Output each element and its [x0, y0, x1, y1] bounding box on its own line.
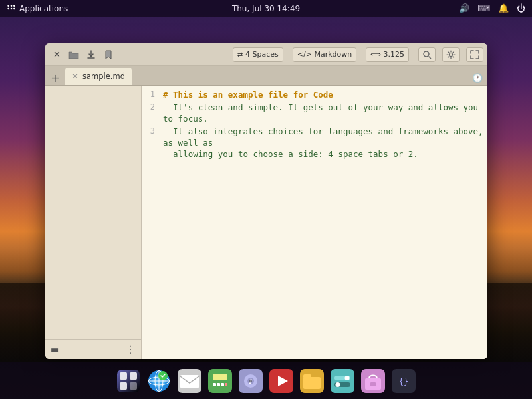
bookmark-icon	[104, 50, 113, 59]
code-area[interactable]: 1 # This is an example file for Code 2 -…	[142, 86, 487, 359]
svg-rect-11	[130, 372, 137, 380]
applications-menu[interactable]: Applications	[7, 4, 68, 13]
video-icon	[269, 369, 293, 393]
spaces-label: 4 Spaces	[245, 50, 279, 59]
svg-rect-38	[303, 374, 311, 378]
svg-point-8	[450, 53, 453, 56]
folder-icon	[68, 49, 79, 60]
download-icon	[86, 50, 96, 59]
files-icon	[300, 369, 324, 393]
close-icon: ✕	[53, 49, 61, 59]
fullscreen-button[interactable]	[466, 47, 483, 62]
bottom-dock: ♪	[0, 362, 532, 399]
code-lines: 1 # This is an example file for Code 2 -…	[142, 86, 487, 359]
dock-item-calculator[interactable]	[206, 367, 234, 395]
language-label: </> Markdown	[297, 50, 352, 59]
svg-point-5	[13, 7, 15, 9]
dock-item-mail[interactable]	[176, 367, 203, 395]
code-icon: {}	[392, 369, 416, 393]
svg-rect-25	[213, 383, 216, 386]
svg-rect-24	[213, 374, 227, 380]
svg-rect-10	[120, 372, 127, 380]
store-icon	[361, 369, 385, 393]
svg-rect-27	[221, 383, 224, 386]
svg-point-0	[7, 5, 9, 7]
svg-rect-46	[370, 382, 376, 386]
code-line-1: 1 # This is an example file for Code	[142, 88, 487, 101]
applications-label: Applications	[19, 4, 68, 13]
svg-point-3	[7, 7, 9, 9]
calculator-icon	[208, 369, 232, 393]
tab-bar: + ✕ sample.md 🕐	[45, 66, 487, 86]
line-number-2: 2	[142, 102, 160, 112]
svg-text:♪: ♪	[249, 378, 253, 385]
svg-rect-39	[331, 369, 354, 393]
dock-item-music[interactable]: ♪	[237, 367, 265, 395]
browser-icon	[147, 369, 171, 393]
spaces-selector[interactable]: ⇄ 4 Spaces	[233, 47, 283, 62]
tab-filename: sample.md	[82, 72, 125, 81]
editor-toolbar: ✕ ⇄ 4 Spaces </> Markdown ⟺ 3.12	[45, 43, 487, 66]
spaces-icon: ⇄	[237, 51, 243, 58]
search-button[interactable]	[418, 47, 436, 62]
settings-icon	[446, 50, 456, 59]
dock-item-workspaces[interactable]	[114, 367, 142, 395]
tab-close-icon[interactable]: ✕	[72, 72, 78, 81]
workspaces-icon	[117, 370, 140, 392]
datetime-display: Thu, Jul 30 14:49	[232, 4, 300, 13]
close-button[interactable]: ✕	[49, 47, 64, 62]
dock-item-browser[interactable]	[145, 367, 173, 395]
mail-icon	[178, 369, 201, 393]
line-content-2: - It's clean and simple. It gets out of …	[160, 102, 487, 124]
svg-rect-23	[208, 369, 232, 393]
svg-point-6	[424, 51, 429, 57]
settings-button[interactable]	[442, 47, 460, 62]
svg-rect-22	[180, 375, 199, 388]
music-icon: ♪	[239, 369, 263, 393]
tab-history-button[interactable]: 🕐	[470, 70, 485, 85]
language-selector[interactable]: </> Markdown	[293, 47, 356, 62]
file-sidebar: ▬ ⋮	[45, 86, 142, 359]
svg-text:{}: {}	[399, 377, 408, 386]
terminal-icon[interactable]: ▬	[51, 344, 59, 354]
add-icon: +	[51, 72, 59, 84]
top-panel: Applications Thu, Jul 30 14:49 🔊 ⌨ 🔔 ⏻	[0, 0, 532, 17]
dock-item-video[interactable]	[267, 367, 295, 395]
svg-rect-37	[303, 377, 321, 389]
svg-rect-26	[217, 383, 220, 386]
settings-toggle-icon	[331, 369, 354, 393]
zoom-selector[interactable]: ⟺ 3.125	[366, 47, 409, 62]
line-number-3: 3	[142, 126, 160, 136]
zoom-label: ⟺ 3.125	[370, 50, 404, 59]
dock-item-settings[interactable]	[329, 367, 356, 395]
dock-item-code[interactable]: {}	[390, 367, 418, 395]
line-content-1: # This is an example file for Code	[160, 89, 487, 100]
dock-item-store[interactable]	[359, 367, 387, 395]
svg-line-7	[429, 56, 432, 59]
download-button[interactable]	[84, 47, 98, 62]
line-number-1: 1	[142, 89, 160, 99]
dock-item-files[interactable]	[298, 367, 326, 395]
svg-point-41	[345, 376, 350, 380]
tab-sample-md[interactable]: ✕ sample.md	[65, 68, 132, 85]
keyboard-icon[interactable]: ⌨	[477, 3, 490, 13]
power-icon[interactable]: ⏻	[517, 3, 525, 13]
add-tab-button[interactable]: +	[48, 70, 63, 85]
open-button[interactable]	[66, 47, 81, 62]
editor-window: ✕ ⇄ 4 Spaces </> Markdown ⟺ 3.12	[45, 43, 487, 359]
sidebar-footer: ▬ ⋮	[45, 339, 141, 359]
notification-icon[interactable]: 🔔	[498, 3, 509, 13]
search-icon	[422, 50, 432, 59]
svg-point-4	[11, 7, 13, 9]
svg-rect-12	[120, 382, 127, 390]
sidebar-menu-icon[interactable]: ⋮	[125, 343, 136, 356]
volume-icon[interactable]: 🔊	[459, 3, 469, 13]
bookmark-button[interactable]	[101, 47, 116, 62]
history-icon: 🕐	[472, 73, 483, 83]
line-content-3: - It also integrates choices for languag…	[160, 126, 487, 160]
svg-point-43	[336, 382, 340, 387]
svg-point-1	[11, 5, 13, 7]
fullscreen-icon	[470, 50, 479, 59]
panel-tray: 🔊 ⌨ 🔔 ⏻	[459, 3, 525, 13]
svg-rect-28	[225, 383, 227, 386]
